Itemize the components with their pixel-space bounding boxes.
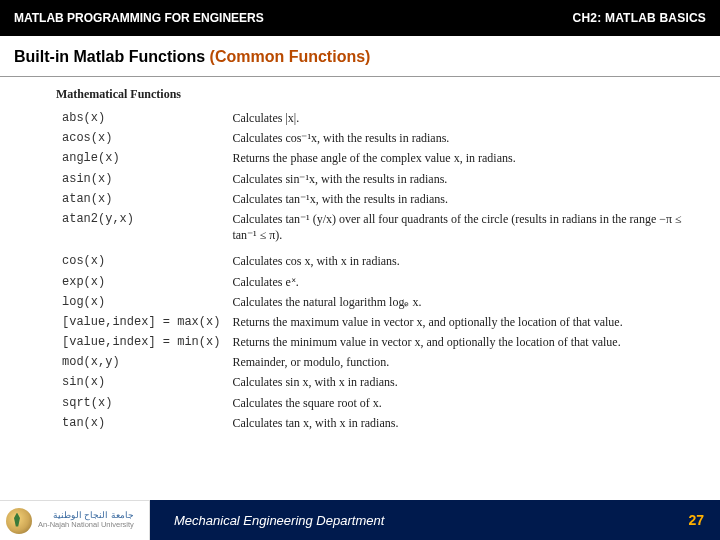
function-description: Remainder, or modulo, function. (226, 352, 690, 372)
function-description: Calculates the natural logarithm logₑ x. (226, 292, 690, 312)
footer-strip: Mechanical Engineering Department 27 (150, 500, 720, 540)
function-name: acos(x) (56, 128, 226, 148)
table-row: exp(x)Calculates eˣ. (56, 272, 690, 292)
title-paren: (Common Functions) (210, 48, 371, 65)
page-number: 27 (688, 512, 704, 528)
function-description: Calculates sin x, with x in radians. (226, 372, 690, 392)
table-row: abs(x)Calculates |x|. (56, 108, 690, 128)
function-description: Calculates sin⁻¹x, with the results in r… (226, 169, 690, 189)
table-row: atan2(y,x)Calculates tan⁻¹ (y/x) over al… (56, 209, 690, 245)
table-row: acos(x)Calculates cos⁻¹x, with the resul… (56, 128, 690, 148)
footer: جامعة النجاح الوطنية An-Najah National U… (0, 500, 720, 540)
function-name: atan2(y,x) (56, 209, 226, 245)
function-name: sin(x) (56, 372, 226, 392)
header-right: CH2: MATLAB BASICS (573, 11, 706, 25)
function-name: exp(x) (56, 272, 226, 292)
function-description: Calculates the square root of x. (226, 393, 690, 413)
function-description: Returns the minimum value in vector x, a… (226, 332, 690, 352)
function-name: tan(x) (56, 413, 226, 433)
table-row: mod(x,y)Remainder, or modulo, function. (56, 352, 690, 372)
header-left: MATLAB PROGRAMMING FOR ENGINEERS (14, 11, 264, 25)
function-name: abs(x) (56, 108, 226, 128)
table-row: [value,index] = min(x)Returns the minimu… (56, 332, 690, 352)
function-description: Calculates tan⁻¹ (y/x) over all four qua… (226, 209, 690, 245)
function-name: asin(x) (56, 169, 226, 189)
table-row: sin(x)Calculates sin x, with x in radian… (56, 372, 690, 392)
section-heading: Mathematical Functions (56, 87, 690, 102)
header-chapter-main: MATLAB BASICS (605, 11, 706, 25)
function-name: sqrt(x) (56, 393, 226, 413)
function-description: Calculates cos⁻¹x, with the results in r… (226, 128, 690, 148)
table-row: tan(x)Calculates tan x, with x in radian… (56, 413, 690, 433)
table-row: atan(x)Calculates tan⁻¹x, with the resul… (56, 189, 690, 209)
logo-text-en: An-Najah National University (38, 521, 134, 529)
function-name: atan(x) (56, 189, 226, 209)
department-name: Mechanical Engineering Department (174, 513, 384, 528)
function-description: Returns the maximum value in vector x, a… (226, 312, 690, 332)
function-name: [value,index] = min(x) (56, 332, 226, 352)
table-row: log(x)Calculates the natural logarithm l… (56, 292, 690, 312)
table-row: asin(x)Calculates sin⁻¹x, with the resul… (56, 169, 690, 189)
function-name: [value,index] = max(x) (56, 312, 226, 332)
function-description: Calculates eˣ. (226, 272, 690, 292)
function-name: log(x) (56, 292, 226, 312)
table-row: sqrt(x)Calculates the square root of x. (56, 393, 690, 413)
title-main: Built-in Matlab Functions (14, 48, 210, 65)
slide-title: Built-in Matlab Functions (Common Functi… (0, 36, 720, 77)
logo-icon (6, 508, 32, 534)
header-bar: MATLAB PROGRAMMING FOR ENGINEERS CH2: MA… (0, 0, 720, 36)
function-description: Calculates tan x, with x in radians. (226, 413, 690, 433)
function-description: Calculates |x|. (226, 108, 690, 128)
logo-text: جامعة النجاح الوطنية An-Najah National U… (38, 511, 134, 529)
header-chapter-prefix: CH2: (573, 11, 605, 25)
function-description: Returns the phase angle of the complex v… (226, 148, 690, 168)
function-name: angle(x) (56, 148, 226, 168)
content-area: Mathematical Functions abs(x)Calculates … (0, 77, 720, 433)
function-name: cos(x) (56, 251, 226, 271)
university-logo: جامعة النجاح الوطنية An-Najah National U… (0, 500, 150, 540)
function-name: mod(x,y) (56, 352, 226, 372)
table-row: cos(x)Calculates cos x, with x in radian… (56, 251, 690, 271)
function-description: Calculates tan⁻¹x, with the results in r… (226, 189, 690, 209)
table-row: angle(x)Returns the phase angle of the c… (56, 148, 690, 168)
functions-table: abs(x)Calculates |x|.acos(x)Calculates c… (56, 108, 690, 433)
table-row: [value,index] = max(x)Returns the maximu… (56, 312, 690, 332)
function-description: Calculates cos x, with x in radians. (226, 251, 690, 271)
